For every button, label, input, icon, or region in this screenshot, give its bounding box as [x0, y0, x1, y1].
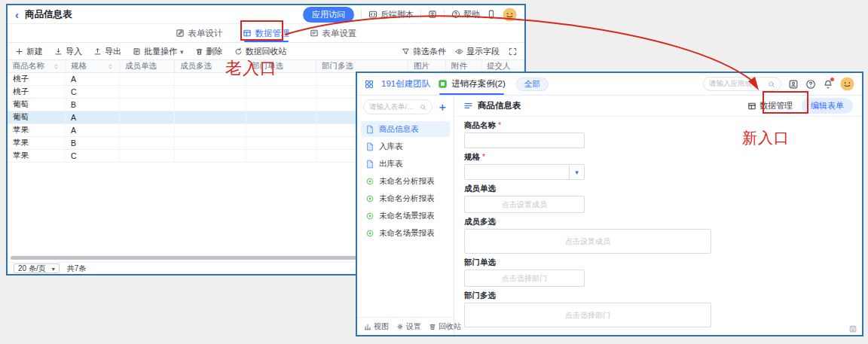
sidebar-item-label: 未命名分析报表 — [379, 193, 435, 204]
avatar[interactable] — [840, 77, 854, 91]
views-button[interactable]: 视图 — [364, 321, 389, 332]
sidebar-item[interactable]: 未命名场景报表 — [361, 225, 450, 241]
sidebar-item[interactable]: 商品信息表 — [361, 121, 450, 137]
spec-select[interactable] — [464, 164, 585, 180]
search-icon — [420, 104, 426, 111]
data-icon — [243, 29, 252, 38]
table-cell — [175, 150, 246, 162]
filter-button[interactable]: 筛选条件 — [402, 46, 446, 57]
divider — [420, 10, 421, 19]
app-tab[interactable]: 进销存案例(2) — [438, 73, 506, 95]
help-icon[interactable] — [805, 79, 816, 90]
apps-grid-icon[interactable] — [365, 80, 374, 89]
table-cell — [175, 99, 246, 111]
form-fields: 商品名称*规格*成员单选点击设置成员成员多选点击设置成员部门单选点击选择部门部门… — [454, 117, 862, 331]
sidebar-item[interactable]: 入库表 — [361, 139, 450, 154]
global-search-input[interactable]: 请输入应用或表单名称 — [703, 77, 781, 91]
table-cell — [120, 99, 175, 111]
column-label: 成员多选 — [180, 61, 212, 72]
contacts-button[interactable] — [428, 10, 437, 19]
tab-data-management[interactable]: 数据管理 — [243, 24, 290, 42]
tab-form-settings[interactable]: 表单设置 — [310, 24, 357, 42]
add-form-button[interactable]: ＋ — [437, 102, 448, 112]
screenshot-stage: ‹ 商品信息表 应用访问 后端脚本 帮助 — [0, 0, 868, 344]
app-access-button[interactable]: 应用访问 — [303, 7, 354, 23]
script-icon — [368, 10, 377, 19]
data-management-button[interactable]: 数据管理 — [747, 100, 793, 111]
table-cell — [246, 137, 316, 149]
contacts-icon[interactable] — [788, 79, 799, 90]
form-field: 成员多选点击设置成员 — [464, 217, 862, 254]
column-header[interactable]: 商品名称 — [8, 60, 66, 72]
help-button[interactable]: 帮助 — [451, 9, 480, 20]
table-cell — [120, 86, 175, 98]
person-box-icon — [428, 10, 437, 19]
sidebar-item[interactable]: 未命名场景报表 — [361, 208, 450, 224]
page-size-value: 20 条/页 — [18, 263, 46, 274]
page-size-select[interactable]: 20 条/页 — [14, 263, 60, 273]
backend-script-label: 后端脚本 — [381, 9, 414, 20]
new-button[interactable]: 新建 — [15, 46, 43, 57]
sidebar-item[interactable]: 出库表 — [361, 156, 450, 172]
toolbar-label: 批量操作 — [144, 46, 177, 57]
sidebar-item[interactable]: 未命名分析报表 — [361, 190, 450, 206]
notifications-button[interactable] — [823, 79, 833, 90]
member-multi-picker[interactable]: 点击设置成员 — [464, 229, 711, 254]
column-header[interactable]: 成员多选 — [175, 60, 246, 72]
sort-icon — [107, 63, 114, 70]
trash-icon — [429, 323, 436, 330]
settings-button[interactable]: 设置 — [396, 321, 421, 332]
delete-button[interactable]: 删除 — [195, 46, 223, 57]
form-list-icon[interactable] — [463, 101, 473, 111]
tab-label: 数据管理 — [255, 28, 290, 39]
data-toolbar: 新建导入导出批量操作删除数据回收站 筛选条件显示字段 — [8, 43, 524, 60]
member-single-picker[interactable]: 点击设置成员 — [464, 196, 585, 213]
column-header[interactable]: 提交人 — [481, 60, 524, 72]
table-cell: 葡萄 — [8, 111, 66, 123]
column-header[interactable]: 附件 — [446, 60, 481, 72]
sidebar-item-label: 出库表 — [379, 159, 403, 169]
gear-icon — [396, 323, 404, 330]
table-cell — [175, 124, 246, 136]
report-icon — [365, 229, 374, 238]
dept-multi-picker[interactable]: 点击选择部门 — [464, 303, 711, 327]
footer-label: 视图 — [374, 321, 389, 332]
product-name-input[interactable] — [464, 132, 585, 148]
backend-script-button[interactable]: 后端脚本 — [368, 9, 414, 20]
fullscreen-button[interactable] — [509, 47, 517, 56]
workspace-top-bar: 191创建团队 进销存案例(2) 全部 请输入应用或表单名称 — [357, 73, 862, 96]
chevron-down-icon[interactable] — [569, 165, 584, 179]
chart-icon — [364, 323, 371, 330]
import-button[interactable]: 导入 — [54, 46, 82, 57]
service-icon[interactable] — [848, 323, 857, 332]
export-button[interactable]: 导出 — [93, 46, 121, 57]
form-search-input[interactable]: 请输入表单/报表名称 — [363, 99, 432, 114]
batch-actions-button[interactable]: 批量操作 — [133, 46, 184, 57]
column-header[interactable]: 部门单选 — [246, 60, 316, 72]
table-cell — [175, 137, 246, 149]
form-field: 成员单选点击设置成员 — [464, 184, 862, 213]
forms-sidebar: 请输入表单/报表名称 ＋ 商品信息表入库表出库表未命名分析报表未命名分析报表未命… — [357, 96, 454, 335]
dept-single-picker[interactable]: 点击选择部门 — [464, 269, 585, 287]
report-icon — [365, 194, 374, 203]
column-header[interactable]: 图片 — [408, 60, 446, 72]
column-header[interactable]: 成员单选 — [120, 60, 175, 72]
all-filter-pill[interactable]: 全部 — [516, 78, 549, 91]
export-icon — [93, 47, 102, 56]
sidebar-item[interactable]: 未命名分析报表 — [361, 173, 450, 189]
avatar[interactable] — [503, 8, 517, 22]
team-name[interactable]: 191创建团队 — [381, 78, 430, 90]
header-actions: 应用访问 后端脚本 帮助 — [303, 7, 517, 23]
mobile-preview-button[interactable] — [487, 10, 496, 19]
display-fields-button[interactable]: 显示字段 — [455, 46, 500, 57]
column-header[interactable]: 规格 — [66, 60, 120, 72]
tab-form-design[interactable]: 表单设计 — [176, 24, 223, 42]
back-icon[interactable]: ‹ — [15, 9, 19, 20]
column-header[interactable]: 部门多选 — [316, 60, 408, 72]
table-cell — [246, 99, 316, 111]
form-title: 商品信息表 — [478, 100, 521, 111]
column-label: 附件 — [451, 61, 467, 72]
edit-form-button[interactable]: 编辑表单 — [802, 98, 853, 114]
app-icon — [438, 79, 448, 89]
recycle-bin-button[interactable]: 数据回收站 — [234, 46, 287, 57]
